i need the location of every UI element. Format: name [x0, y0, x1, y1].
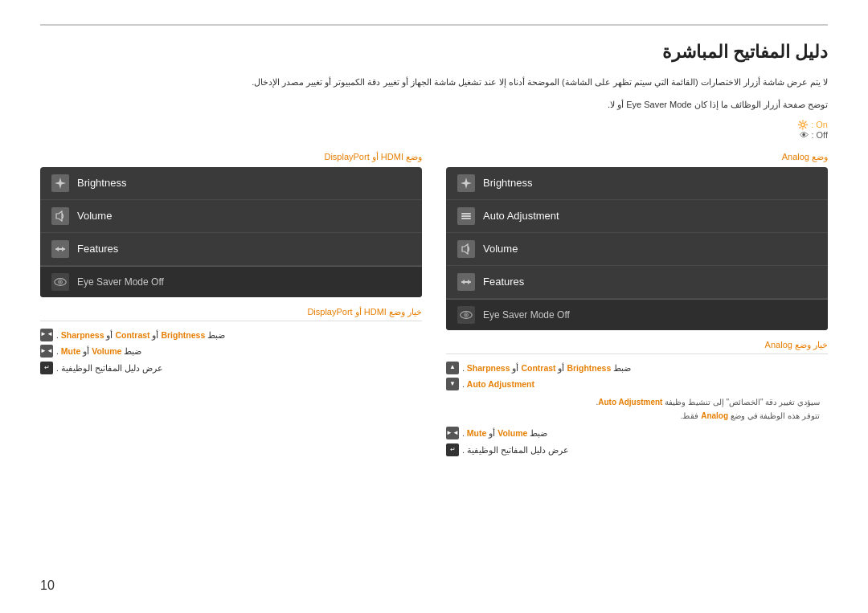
- left-icon-1: ◄►: [40, 329, 53, 341]
- right-icon-2: ▼: [446, 378, 459, 390]
- right-extra-notes: ضبط Volume أو Mute . ◄► عرض دليل المفاتي…: [446, 426, 828, 458]
- right-menu-volume[interactable]: Volume: [446, 233, 828, 266]
- right-menu-auto-adj[interactable]: Auto Adjustment: [446, 200, 828, 233]
- brightness-icon: [51, 174, 69, 192]
- right-brightness-icon: [457, 174, 475, 192]
- left-notes: خيار وضع HDMI أو DisplayPort ضبط Brightn…: [40, 307, 422, 377]
- right-sub-note-1: سيؤدي تغيير دقة "الخصائص" إلى تنشيط وظيف…: [446, 395, 820, 409]
- main-columns: وضع HDMI أو DisplayPort Brightness Volum…: [40, 152, 828, 460]
- right-notes-label: خيار وضع Analog: [446, 340, 828, 350]
- right-features-label: Features: [483, 276, 524, 288]
- right-icon-4: ↵: [446, 443, 459, 456]
- left-notes-list: ضبط Brightness أو Contrast أو Sharpness …: [40, 328, 422, 377]
- svg-marker-3: [62, 247, 65, 251]
- right-note-2: Auto Adjustment . ▼: [446, 377, 828, 392]
- intro-line1: لا يتم عرض شاشة أزرار الاختصارات (القائم…: [40, 75, 828, 91]
- svg-point-6: [59, 281, 61, 283]
- eye-saver-icon-left: [51, 273, 69, 291]
- right-brightness-label: Brightness: [483, 177, 532, 189]
- page-title: دليل المفاتيح المباشرة: [40, 42, 828, 63]
- features-icon: [51, 240, 69, 258]
- right-menu-features[interactable]: Features: [446, 266, 828, 299]
- svg-marker-0: [55, 178, 66, 189]
- top-border: [40, 24, 828, 26]
- right-sub-note-2: تتوفر هذه الوظيفة في وضع Analog فقط.: [446, 409, 820, 423]
- left-menu-box: Brightness Volume Features: [40, 167, 422, 297]
- svg-marker-2: [55, 247, 59, 251]
- right-icon-3: ◄►: [446, 427, 459, 439]
- svg-rect-9: [461, 215, 471, 217]
- svg-marker-13: [468, 280, 471, 284]
- left-icon-2: ◄►: [40, 345, 53, 358]
- right-sub-notes: سيؤدي تغيير دقة "الخصائص" إلى تنشيط وظيف…: [446, 395, 828, 423]
- right-menu-brightness[interactable]: Brightness: [446, 167, 828, 200]
- eye-saver-off: Off : 👁: [800, 130, 828, 140]
- right-note-3: ضبط Volume أو Mute . ◄►: [446, 426, 828, 441]
- eye-saver-status: On : 🔆 Off : 👁: [40, 120, 828, 140]
- intro-line2: توضح صفحة أزرار الوظائف ما إذا كان Eye S…: [40, 97, 828, 113]
- right-menu-box: Brightness Auto Adjustment Volume: [446, 167, 828, 330]
- right-note-1: ضبط Brightness أو Contrast أو Sharpness …: [446, 361, 828, 376]
- right-section-label: وضع Analog: [446, 152, 828, 162]
- left-features-label: Features: [77, 243, 118, 255]
- eye-saver-on: On : 🔆: [797, 120, 828, 129]
- left-menu-volume[interactable]: Volume: [40, 200, 422, 233]
- left-note-1: ضبط Brightness أو Contrast أو Sharpness …: [40, 328, 422, 343]
- right-features-icon: [457, 273, 475, 291]
- left-volume-label: Volume: [77, 210, 112, 222]
- left-icon-3: ↵: [40, 362, 53, 374]
- left-section-label: وضع HDMI أو DisplayPort: [40, 152, 422, 162]
- right-notes: خيار وضع Analog ضبط Brightness أو Contra…: [446, 340, 828, 459]
- right-volume-icon: [457, 240, 475, 258]
- right-eye-saver-label: Eye Saver Mode Off: [483, 309, 570, 321]
- right-divider: [446, 353, 828, 354]
- left-notes-label: خيار وضع HDMI أو DisplayPort: [40, 307, 422, 317]
- left-note-3: عرض دليل المفاتيح الوظيفية . ↵: [40, 361, 422, 376]
- left-eye-saver[interactable]: Eye Saver Mode Off: [40, 266, 422, 297]
- right-notes-list: ضبط Brightness أو Contrast أو Sharpness …: [446, 361, 828, 393]
- right-note-4: عرض دليل المفاتيح الوظيفية . ↵: [446, 443, 828, 458]
- right-column: وضع Analog Brightness Auto Adjustment: [446, 152, 828, 460]
- svg-point-16: [465, 314, 467, 316]
- eye-saver-icon-right: [457, 306, 475, 324]
- left-menu-brightness[interactable]: Brightness: [40, 167, 422, 200]
- left-note-2: ضبط Volume أو Mute . ◄►: [40, 344, 422, 359]
- page-number: 10: [40, 578, 55, 593]
- left-column: وضع HDMI أو DisplayPort Brightness Volum…: [40, 152, 422, 460]
- left-divider: [40, 321, 422, 321]
- right-icon-1: ▲: [446, 362, 459, 374]
- left-menu-features[interactable]: Features: [40, 233, 422, 266]
- page-container: دليل المفاتيح المباشرة لا يتم عرض شاشة أ…: [0, 0, 868, 613]
- right-eye-saver[interactable]: Eye Saver Mode Off: [446, 299, 828, 330]
- volume-icon: [51, 207, 69, 225]
- left-brightness-label: Brightness: [77, 177, 126, 189]
- svg-marker-12: [461, 280, 465, 284]
- left-eye-saver-label: Eye Saver Mode Off: [77, 276, 164, 288]
- right-auto-adj-label: Auto Adjustment: [483, 210, 559, 222]
- svg-rect-10: [461, 218, 471, 219]
- svg-marker-7: [461, 178, 472, 189]
- right-volume-label: Volume: [483, 243, 518, 255]
- auto-adj-icon: [457, 207, 475, 225]
- svg-rect-8: [461, 213, 471, 215]
